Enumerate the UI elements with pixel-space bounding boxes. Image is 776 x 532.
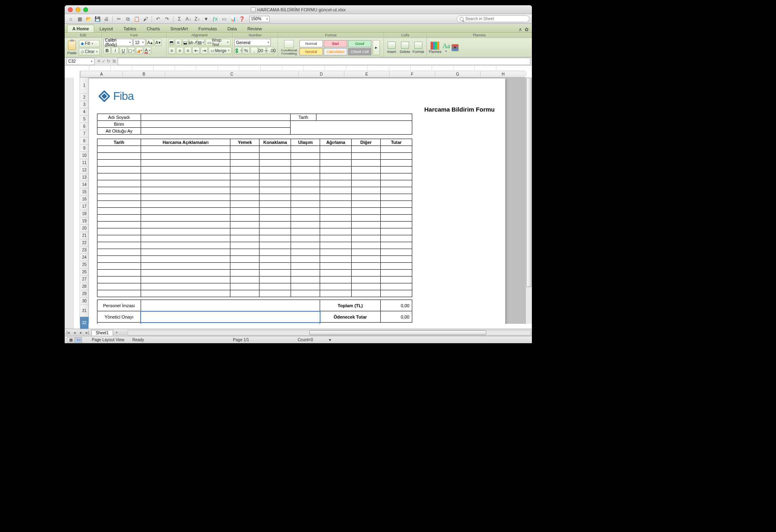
col-header-B[interactable]: B [123,71,165,77]
data-cell[interactable] [320,263,352,270]
border-button[interactable]: ▢ [128,47,135,54]
bold-button[interactable]: B [103,47,111,54]
data-cell[interactable] [141,235,230,242]
data-cell[interactable] [230,256,259,263]
data-cell[interactable] [352,277,381,283]
merge-button[interactable]: ▭ Merge [209,47,232,54]
data-cell[interactable] [230,167,259,173]
data-cell[interactable] [352,201,381,208]
data-cell[interactable] [259,173,291,180]
align-middle-button[interactable]: ≡ [175,39,181,46]
show-formulas-icon[interactable]: ▭ [220,15,228,23]
data-cell[interactable] [381,208,412,215]
hdr-blank[interactable] [291,121,412,135]
data-cell[interactable] [97,235,141,242]
format-painter-icon[interactable]: 🖌 [142,15,149,23]
data-cell[interactable] [141,263,230,270]
data-cell[interactable] [381,235,412,242]
data-cell[interactable] [352,283,381,290]
col-header-C[interactable]: C [165,71,299,77]
data-cell[interactable] [291,167,320,173]
data-cell[interactable] [230,201,259,208]
data-cell[interactable] [97,180,141,187]
data-cell[interactable] [259,235,291,242]
data-cell[interactable] [230,228,259,235]
data-cell[interactable] [291,283,320,290]
data-cell[interactable] [352,222,381,228]
data-cell[interactable] [381,215,412,222]
row-header-7[interactable]: 7 [80,130,89,137]
data-cell[interactable] [352,256,381,263]
data-cell[interactable] [230,146,259,153]
insert-cells-button[interactable]: Insert [386,39,398,56]
data-cell[interactable] [97,242,141,249]
add-sheet-button[interactable]: + [114,330,120,335]
data-cell[interactable] [320,167,352,173]
data-cell[interactable] [352,153,381,160]
tab-home[interactable]: A Home [67,25,94,32]
data-cell[interactable] [259,263,291,270]
data-cell[interactable] [259,277,291,283]
data-cell[interactable] [97,194,141,201]
tab-review[interactable]: Review [242,25,267,32]
data-cell[interactable] [141,222,230,228]
data-cell[interactable] [381,187,412,194]
col-header-I[interactable]: I [526,71,532,77]
sheet-tab-1[interactable]: Sheet1 [91,330,113,336]
data-cell[interactable] [141,201,230,208]
data-cell[interactable] [291,277,320,283]
data-cell[interactable] [352,180,381,187]
data-cell[interactable] [230,270,259,277]
paste-icon[interactable]: 📋 [133,15,140,23]
data-cell[interactable] [230,235,259,242]
percent-button[interactable]: % [242,47,250,54]
fill-button[interactable]: ◆Fill [79,40,100,47]
data-cell[interactable] [291,146,320,153]
row-header-12[interactable]: 12 [80,167,89,174]
data-cell[interactable] [320,222,352,228]
data-cell[interactable] [141,242,230,249]
data-cell[interactable] [259,249,291,256]
data-cell[interactable] [230,180,259,187]
data-cell[interactable] [230,222,259,228]
row-header-8[interactable]: 8 [80,137,89,145]
data-cell[interactable] [320,187,352,194]
data-cell[interactable] [352,160,381,167]
data-cell[interactable] [320,277,352,283]
page-layout-view-button[interactable]: ▭ [75,337,82,343]
zoom-window-button[interactable] [83,7,88,12]
data-cell[interactable] [259,283,291,290]
data-cell[interactable] [291,215,320,222]
data-cell[interactable] [141,194,230,201]
foot-sig-value[interactable] [141,300,320,311]
data-cell[interactable] [352,235,381,242]
data-cell[interactable] [141,290,230,297]
data-cell[interactable] [320,283,352,290]
data-cell[interactable] [381,180,412,187]
col-header-G[interactable]: G [435,71,481,77]
data-cell[interactable] [259,167,291,173]
data-cell[interactable] [259,242,291,249]
data-cell[interactable] [141,208,230,215]
data-cell[interactable] [97,249,141,256]
tab-smartart[interactable]: SmartArt [165,25,193,32]
sort-asc-icon[interactable]: A↓ [185,15,192,23]
data-cell[interactable] [381,270,412,277]
data-cell[interactable] [97,228,141,235]
row-header-16[interactable]: 16 [80,196,89,203]
style-neutral[interactable]: Neutral [299,48,323,55]
row-header-20[interactable]: 20 [80,225,89,232]
data-cell[interactable] [381,222,412,228]
decrease-indent-button[interactable]: ⇤ [192,47,200,54]
redo-icon[interactable]: ↷ [163,15,171,23]
paste-button[interactable]: Paste [66,39,78,56]
data-cell[interactable] [320,201,352,208]
data-cell[interactable] [141,153,230,160]
data-cell[interactable] [230,290,259,297]
undo-icon[interactable]: ↶ [154,15,162,23]
data-cell[interactable] [230,215,259,222]
orientation-button[interactable]: ab↗ [189,39,196,46]
data-cell[interactable] [230,249,259,256]
data-cell[interactable] [291,160,320,167]
data-cell[interactable] [97,160,141,167]
